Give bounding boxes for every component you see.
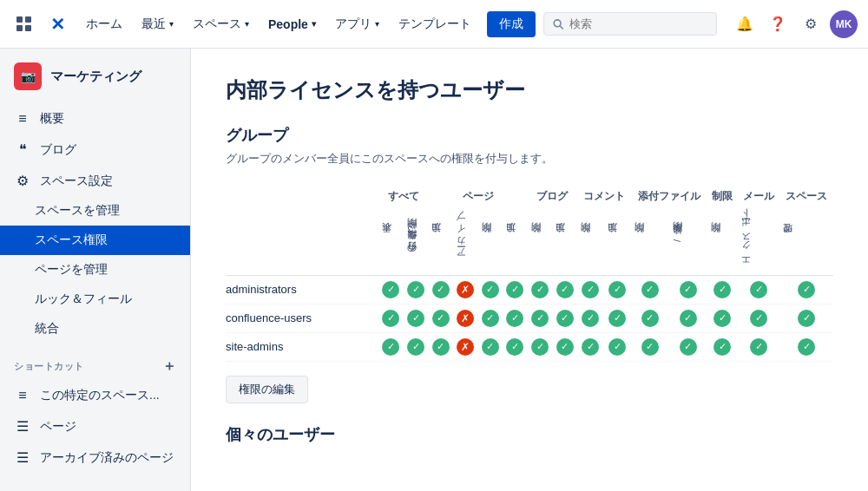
th-page-add: 追加 [428, 206, 453, 275]
permission-cell: ✓ [404, 332, 429, 361]
th-empty [226, 184, 378, 206]
th-blog-add: 追加 [503, 206, 528, 275]
sidebar-sub-manage-pages[interactable]: ページを管理 [0, 255, 190, 285]
check-icon: ✓ [641, 281, 659, 298]
avatar[interactable]: MK [830, 10, 858, 38]
table-row: administrators✓✓✓✗✓✓✓✓✓✓✓✓✓✓✓ [226, 275, 833, 304]
nav-home[interactable]: ホーム [77, 11, 131, 37]
check-icon: ✓ [482, 281, 499, 298]
nav-spaces[interactable]: スペース▾ [184, 11, 258, 37]
check-icon: ✓ [750, 338, 767, 356]
sidebar-sub-look-feel[interactable]: ルック＆フィール [0, 285, 190, 314]
check-icon: ✓ [713, 310, 731, 327]
check-icon: ✓ [506, 281, 523, 298]
permission-cell: ✓ [631, 304, 669, 332]
check-icon: ✓ [608, 310, 626, 327]
sidebar-sub-space-permissions[interactable]: スペース権限 [0, 226, 190, 255]
nav-recent[interactable]: 最近▾ [133, 11, 182, 37]
check-icon: ✓ [713, 338, 731, 356]
th-mail-delete: 削除 [707, 206, 738, 275]
check-icon: ✓ [798, 310, 815, 327]
permission-cell: ✓ [604, 304, 631, 332]
nav-people[interactable]: People▾ [260, 12, 325, 36]
permissions-table: すべて ページ ブログ コメント 添付ファイル 制限 メール スペース [226, 184, 833, 362]
help-icon[interactable]: ❓ [764, 10, 792, 38]
permission-cell: ✓ [577, 275, 604, 304]
th-attachment-add: 追加 [604, 206, 631, 275]
th-attachment-delete: 削除 [631, 206, 669, 275]
permission-cell: ✓ [552, 275, 577, 304]
permission-cell: ✓ [552, 304, 577, 332]
check-icon: ✓ [556, 338, 574, 356]
shortcut-icon-1: ≡ [14, 388, 31, 403]
sidebar-sub-manage-space[interactable]: スペースを管理 [0, 196, 190, 226]
permission-cell: ✓ [478, 332, 503, 361]
nav-apps[interactable]: アプリ▾ [326, 11, 388, 37]
permission-cell: ✓ [707, 275, 738, 304]
permission-cell: ✓ [478, 275, 503, 304]
shortcuts-add-icon[interactable]: ＋ [162, 357, 177, 376]
permission-cell: ✓ [738, 332, 779, 361]
main-content: 内部ライセンスを持つユーザー グループ グループのメンバー全員にこのスペースへの… [191, 49, 868, 491]
check-icon: ✓ [556, 310, 574, 327]
grid-icon[interactable] [10, 10, 38, 38]
check-icon: ✓ [582, 281, 599, 298]
permission-cell: ✓ [378, 332, 404, 361]
edit-permissions-button[interactable]: 権限の編集 [226, 376, 308, 403]
permission-cell: ✓ [503, 304, 528, 332]
permission-cell: ✓ [378, 275, 404, 304]
check-icon: ✓ [432, 281, 450, 298]
th-limit-adddel: 追加/削除 [669, 206, 707, 275]
sidebar-item-blog[interactable]: ❝ ブログ ＋ [0, 134, 190, 166]
check-icon: ✓ [556, 281, 574, 298]
check-icon: ✓ [531, 338, 549, 356]
permission-cell: ✓ [478, 304, 503, 332]
table-row: site-admins✓✓✓✗✓✓✓✓✓✓✓✓✓✓✓ [226, 332, 833, 361]
permission-cell: ✓ [707, 304, 738, 332]
check-icon: ✓ [407, 338, 424, 356]
sidebar-shortcut-pages[interactable]: ☰ ページ ··· ＋ [0, 410, 190, 442]
overview-icon: ≡ [14, 111, 31, 127]
check-icon: ✓ [432, 338, 450, 356]
th-attachment: 添付ファイル [631, 184, 707, 206]
logo[interactable]: ✕ [45, 14, 70, 35]
permission-cell: ✓ [631, 332, 669, 361]
permission-cell: ✓ [428, 304, 453, 332]
shortcut-icon-2: ☰ [14, 418, 31, 435]
settings-icon[interactable]: ⚙ [797, 10, 825, 38]
notifications-icon[interactable]: 🔔 [731, 10, 759, 38]
blog-icon: ❝ [14, 141, 31, 158]
sidebar-shortcut-archived[interactable]: ☰ アーカイブ済みのページ [0, 442, 190, 473]
search-input[interactable] [569, 17, 707, 30]
check-icon: ✓ [582, 338, 599, 356]
permission-cell: ✓ [779, 275, 833, 304]
topnav: ✕ ホーム 最近▾ スペース▾ People▾ アプリ▾ テンプレート 作成 🔔… [0, 0, 868, 49]
check-icon: ✓ [382, 281, 399, 298]
th-comment: コメント [577, 184, 631, 206]
check-icon: ✓ [750, 310, 767, 327]
th-page-delete: 削除 [478, 206, 503, 275]
permission-cell: ✓ [404, 275, 429, 304]
sidebar-shortcut-specific-space[interactable]: ≡ この特定のスペース... [0, 381, 190, 410]
permission-cell: ✓ [428, 332, 453, 361]
permission-cell: ✓ [428, 275, 453, 304]
permission-cell: ✓ [378, 304, 404, 332]
svg-rect-1 [25, 16, 31, 23]
sidebar-item-settings[interactable]: ⚙ スペース設定 [0, 166, 190, 196]
groups-section-desc: グループのメンバー全員にこのスペースへの権限を付与します。 [226, 151, 833, 167]
create-button[interactable]: 作成 [487, 11, 536, 37]
check-icon: ✓ [382, 310, 399, 327]
th-group-name [226, 206, 378, 275]
check-icon: ✓ [407, 310, 424, 327]
permission-cell: ✓ [779, 304, 833, 332]
individual-users-title: 個々のユーザー [226, 424, 833, 445]
nav-templates[interactable]: テンプレート [390, 11, 480, 37]
permission-cell: ✓ [669, 304, 707, 332]
sidebar: 📷 マーケティング ≡ 概要 ❝ ブログ ＋ ⚙ スペース設定 スペースを管理 … [0, 49, 191, 491]
permission-cell: ✓ [669, 275, 707, 304]
sidebar-item-overview[interactable]: ≡ 概要 [0, 104, 190, 134]
sidebar-sub-integration[interactable]: 統合 [0, 314, 190, 344]
th-comment-delete: 削除 [577, 206, 604, 275]
permission-cell: ✓ [503, 332, 528, 361]
th-page: ページ [428, 184, 527, 206]
